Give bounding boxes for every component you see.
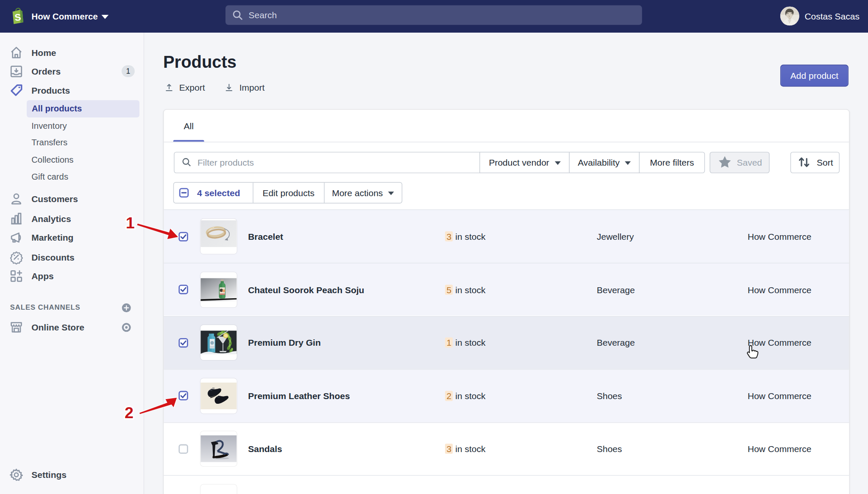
svg-text:S: S bbox=[14, 12, 22, 23]
svg-text:2: 2 bbox=[125, 404, 134, 422]
